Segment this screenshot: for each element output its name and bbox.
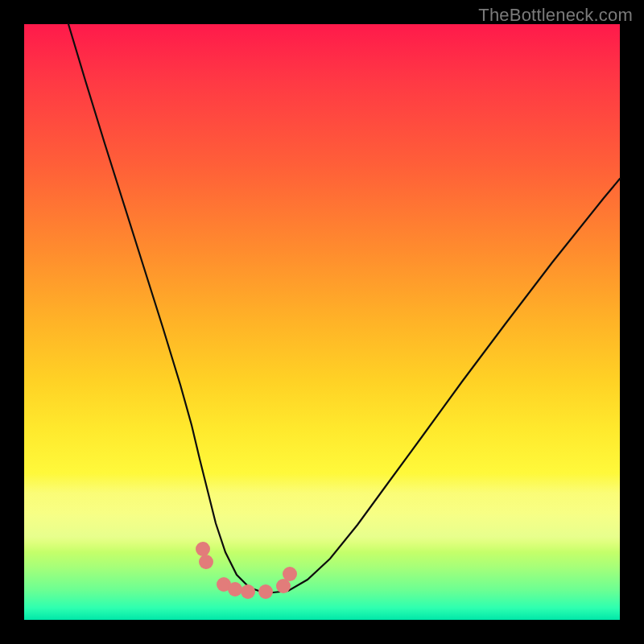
valley-dot: [228, 582, 242, 597]
valley-dot: [199, 555, 213, 569]
valley-dot: [283, 567, 297, 581]
valley-dot: [241, 584, 255, 599]
bottleneck-curve: [68, 24, 620, 593]
valley-dots-group: [196, 542, 297, 599]
valley-dot: [196, 542, 210, 556]
valley-dot: [258, 584, 273, 599]
curve-layer: [24, 24, 620, 620]
watermark-text: TheBottleneck.com: [478, 5, 633, 26]
chart-frame: TheBottleneck.com: [0, 0, 644, 644]
